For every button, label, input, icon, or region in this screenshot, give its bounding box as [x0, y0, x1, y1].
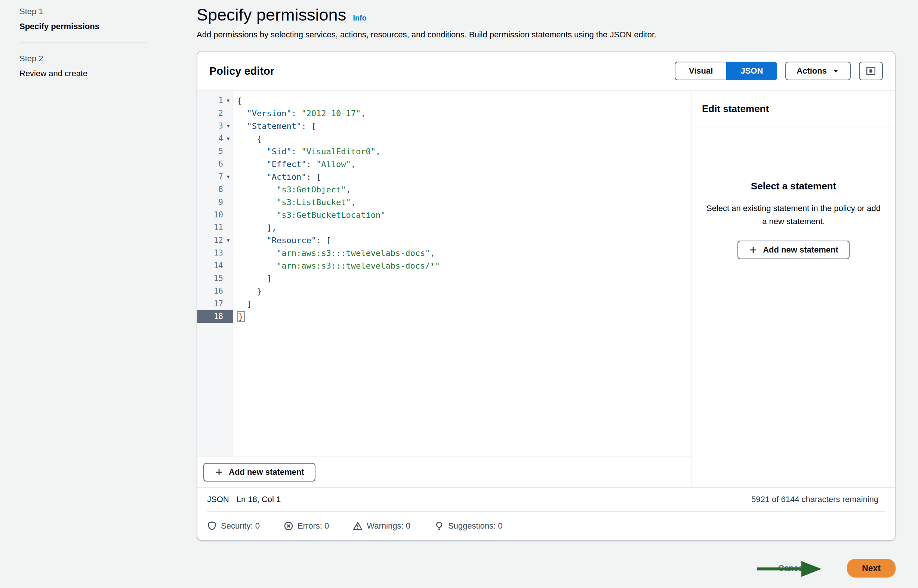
add-new-statement-button[interactable]: Add new statement	[203, 463, 316, 481]
policy-checks-bar: Security: 0 Errors: 0 Warnings: 0 Sugges…	[207, 511, 885, 540]
actions-menu-label: Actions	[797, 66, 827, 76]
add-statement-bar: Add new statement	[198, 457, 691, 487]
step-2-label: Step 2	[19, 54, 147, 63]
line-number: 5	[198, 147, 223, 156]
characters-remaining: 5921 of 6144 characters remaining	[751, 494, 878, 504]
code-line-16: 16 }	[198, 285, 691, 297]
fold-toggle-icon[interactable]: ▾	[223, 173, 233, 180]
code-line-content: ]	[233, 299, 252, 309]
json-editor-column: 1▾{2 "Version": "2012-10-17",3▾ "Stateme…	[198, 91, 691, 487]
code-line-12: 12▾ "Resource": [	[198, 234, 691, 247]
line-number: 2	[198, 109, 223, 118]
code-line-7: 7▾ "Action": [	[198, 170, 691, 183]
line-number: 13	[198, 249, 223, 257]
line-number: 10	[198, 210, 223, 219]
warning-findings[interactable]: Warnings: 0	[353, 521, 410, 531]
line-number: 12	[198, 236, 223, 245]
plus-icon	[215, 468, 223, 477]
code-line-11: 11 ],	[198, 221, 691, 234]
code-editor[interactable]: 1▾{2 "Version": "2012-10-17",3▾ "Stateme…	[198, 91, 691, 457]
visual-tab[interactable]: Visual	[675, 61, 727, 80]
line-number: 4	[198, 134, 223, 143]
page-title: Specify permissions	[197, 5, 346, 25]
json-tab[interactable]: JSON	[726, 61, 777, 80]
code-line-4: 4▾ {	[198, 132, 691, 145]
line-number: 17	[198, 299, 223, 308]
edit-statement-title: Edit statement	[692, 91, 895, 128]
edit-statement-panel: Edit statement Select a statement Select…	[691, 91, 895, 487]
code-line-8: 8 "s3:GetObject",	[198, 183, 691, 196]
code-line-content: "Statement": [	[233, 121, 316, 131]
chevron-down-icon	[832, 67, 840, 75]
code-line-content: "s3:GetBucketLocation"	[233, 210, 385, 220]
step-2-link[interactable]: Review and create	[19, 69, 147, 78]
next-button[interactable]: Next	[847, 559, 895, 578]
code-line-17: 17 ]	[198, 297, 691, 310]
select-statement-text: Select an existing statement in the poli…	[705, 202, 882, 228]
code-line-content: "s3:ListBucket",	[233, 198, 356, 207]
code-line-content: "Version": "2012-10-17",	[233, 109, 366, 118]
line-number: 16	[198, 286, 223, 296]
security-findings-label: Security: 0	[221, 521, 260, 531]
editor-mode-toggle: Visual JSON	[675, 61, 777, 80]
add-new-statement-side-button[interactable]: Add new statement	[737, 241, 850, 259]
cancel-button[interactable]: Cancel	[778, 563, 805, 573]
shield-icon	[207, 521, 217, 531]
error-icon	[284, 521, 293, 531]
suggestion-icon	[434, 521, 444, 531]
code-line-content: "Effect": "Allow",	[233, 160, 356, 169]
line-number: 9	[198, 198, 223, 207]
code-line-3: 3▾ "Statement": [	[198, 120, 691, 132]
code-line-2: 2 "Version": "2012-10-17",	[198, 107, 691, 120]
suggestion-findings[interactable]: Suggestions: 0	[434, 521, 503, 531]
code-line-15: 15 ]	[198, 272, 691, 285]
code-line-1: 1▾{	[198, 94, 691, 107]
code-line-content: "arn:aws:s3:::twelevelabs-docs",	[233, 249, 435, 258]
warning-findings-label: Warnings: 0	[367, 521, 410, 531]
policy-editor-header: Policy editor Visual JSON Actions	[198, 52, 895, 90]
security-findings[interactable]: Security: 0	[207, 521, 260, 531]
code-line-content: }	[233, 312, 245, 321]
code-line-6: 6 "Effect": "Allow",	[198, 158, 691, 170]
error-findings-label: Errors: 0	[298, 521, 329, 531]
add-new-statement-label: Add new statement	[229, 467, 304, 477]
line-number: 14	[198, 261, 223, 270]
code-line-content: }	[233, 286, 262, 296]
plus-icon	[749, 246, 758, 254]
fold-toggle-icon[interactable]: ▾	[223, 135, 233, 142]
code-line-content: "arn:aws:s3:::twelevelabs-docs/*"	[233, 261, 440, 270]
fold-toggle-icon[interactable]: ▾	[223, 237, 233, 244]
code-line-content: "Action": [	[233, 172, 321, 182]
suggestion-findings-label: Suggestions: 0	[448, 521, 503, 531]
line-number: 8	[198, 185, 223, 194]
line-number: 6	[198, 160, 223, 168]
line-number: 7	[198, 172, 223, 181]
actions-menu-button[interactable]: Actions	[785, 61, 851, 80]
fold-toggle-icon[interactable]: ▾	[223, 97, 233, 104]
code-line-14: 14 "arn:aws:s3:::twelevelabs-docs/*"	[198, 259, 691, 272]
code-line-content: "s3:GetObject",	[233, 185, 351, 194]
code-line-content: ]	[233, 274, 272, 283]
panel-settings-button[interactable]	[859, 61, 883, 80]
step-1-label: Step 1	[19, 7, 147, 16]
fold-toggle-icon[interactable]: ▾	[223, 123, 233, 129]
add-new-statement-side-label: Add new statement	[763, 245, 839, 255]
code-line-content: "Sid": "VisualEditor0",	[233, 147, 380, 156]
editor-status-bar: JSON Ln 18, Col 1 5921 of 6144 character…	[198, 487, 895, 511]
select-statement-heading: Select a statement	[705, 181, 882, 192]
page-description: Add permissions by selecting services, a…	[197, 30, 896, 40]
code-line-10: 10 "s3:GetBucketLocation"	[198, 208, 691, 221]
info-link[interactable]: Info	[353, 14, 367, 23]
step-1-link[interactable]: Specify permissions	[19, 22, 147, 31]
line-number: 1	[198, 96, 223, 105]
error-findings[interactable]: Errors: 0	[284, 521, 329, 531]
code-line-18: 18}	[198, 310, 691, 323]
code-lines: 1▾{2 "Version": "2012-10-17",3▾ "Stateme…	[198, 94, 691, 323]
code-line-9: 9 "s3:ListBucket",	[198, 196, 691, 208]
warning-icon	[353, 521, 363, 531]
line-number: 11	[198, 223, 223, 232]
main-content: Specify permissions Info Add permissions…	[197, 5, 896, 541]
wizard-footer: Cancel Next	[0, 558, 895, 580]
line-number: 18	[198, 312, 223, 321]
code-line-13: 13 "arn:aws:s3:::twelevelabs-docs",	[198, 247, 691, 259]
